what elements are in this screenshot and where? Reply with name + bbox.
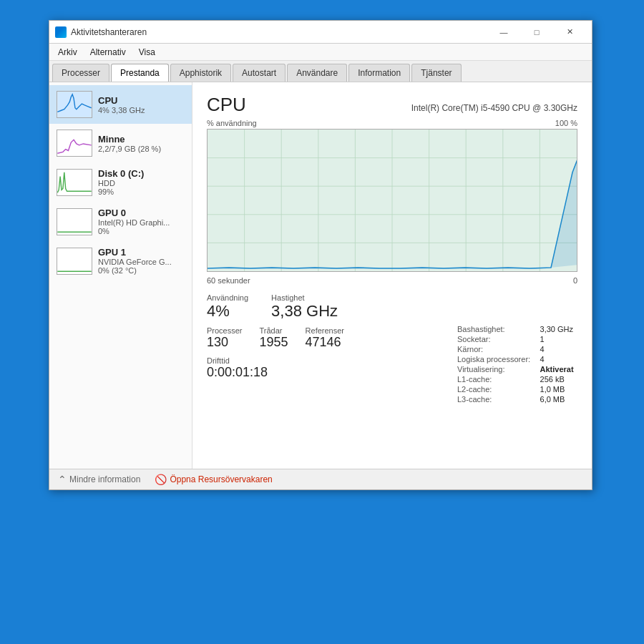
virtualisering-key: Virtualisering: — [457, 365, 535, 374]
menu-alternativ[interactable]: Alternativ — [84, 46, 132, 59]
gpu1-title: GPU 1 — [98, 247, 172, 258]
gpu0-sub1: Intel(R) HD Graphi... — [98, 218, 170, 227]
tab-anvandare[interactable]: Användare — [287, 64, 347, 82]
virtualisering-val: Aktiverat — [540, 365, 577, 374]
gpu1-sub1: NVIDIA GeForce G... — [98, 258, 172, 266]
info-right: Bashastighet: 3,30 GHz Socketar: 1 Kärno… — [449, 293, 577, 404]
svg-rect-3 — [57, 209, 91, 235]
info-grid: Bashastighet: 3,30 GHz Socketar: 1 Kärno… — [457, 325, 577, 404]
socketar-val: 1 — [540, 335, 577, 343]
disk0-label: Disk 0 (C:) HDD 99% — [98, 168, 144, 196]
drifttid-value: 0:00:01:18 — [207, 365, 449, 381]
less-info-button[interactable]: ⌃ Mindre information — [58, 474, 140, 485]
cpu-chart — [207, 129, 577, 272]
gpu0-title: GPU 0 — [98, 208, 170, 218]
referenser-block: Referenser 47146 — [306, 326, 344, 351]
content-area: CPU 4% 3,38 GHz Minne 2,2/7,9 GB (28 — [49, 82, 592, 469]
chart-bottom-label: 60 sekunder 0 — [207, 276, 577, 285]
socketar-key: Socketar: — [457, 335, 535, 343]
disk0-sub2: 99% — [98, 187, 144, 196]
tab-autostart[interactable]: Autostart — [233, 64, 286, 82]
app-icon — [55, 26, 67, 38]
gpu1-label: GPU 1 NVIDIA GeForce G... 0% (32 °C) — [98, 247, 172, 275]
open-resource-monitor-button[interactable]: 🚫 Öppna Resursövervakaren — [155, 474, 272, 485]
window-controls: ― □ ✕ — [487, 21, 586, 44]
gpu0-label: GPU 0 Intel(R) HD Graphi... 0% — [98, 208, 170, 235]
l3-val: 6,0 MB — [540, 395, 577, 404]
no-entry-icon: 🚫 — [155, 474, 167, 485]
sidebar-item-disk0[interactable]: Disk 0 (C:) HDD 99% — [49, 162, 192, 202]
tab-processer[interactable]: Processer — [52, 64, 109, 82]
bottom-bar: ⌃ Mindre information 🚫 Öppna Resursöverv… — [49, 469, 592, 489]
disk0-title: Disk 0 (C:) — [98, 168, 144, 179]
referenser-label: Referenser — [306, 326, 344, 335]
anvandning-value: 4% — [207, 302, 248, 321]
sidebar-item-gpu1[interactable]: GPU 1 NVIDIA GeForce G... 0% (32 °C) — [49, 241, 192, 280]
minimize-button[interactable]: ― — [487, 21, 520, 44]
cpu-header: CPU Intel(R) Core(TM) i5-4590 CPU @ 3.30… — [207, 94, 577, 116]
gpu0-sub2: 0% — [98, 227, 170, 235]
gpu1-sub2: 0% (32 °C) — [98, 266, 172, 275]
maximize-button[interactable]: □ — [520, 21, 553, 44]
l3-key: L3-cache: — [457, 395, 535, 404]
desktop: Aktivitetshanteraren ― □ ✕ Arkiv Alterna… — [0, 0, 644, 644]
menu-visa[interactable]: Visa — [133, 46, 161, 59]
menu-arkiv[interactable]: Arkiv — [52, 46, 83, 59]
title-bar: Aktivitetshanteraren ― □ ✕ — [49, 21, 592, 44]
menu-bar: Arkiv Alternativ Visa — [49, 44, 592, 61]
minne-subtitle: 2,2/7,9 GB (28 %) — [98, 145, 161, 153]
chart-label-row: % användning 100 % — [207, 119, 577, 127]
sidebar-item-minne[interactable]: Minne 2,2/7,9 GB (28 %) — [49, 124, 192, 162]
cpu-thumbnail — [57, 91, 92, 118]
tab-apphistorik[interactable]: Apphistorik — [170, 64, 231, 82]
bashastighet-key: Bashastighet: — [457, 325, 535, 333]
task-manager-window: Aktivitetshanteraren ― □ ✕ Arkiv Alterna… — [49, 20, 592, 490]
l2-val: 1,0 MB — [540, 385, 577, 394]
stats-left: Användning 4% Hastighet 3,38 GHz Proc — [207, 293, 449, 404]
tab-prestanda[interactable]: Prestanda — [111, 64, 169, 82]
logiska-val: 4 — [540, 355, 577, 364]
close-button[interactable]: ✕ — [553, 21, 586, 44]
stats-info-section: Användning 4% Hastighet 3,38 GHz Proc — [207, 293, 577, 404]
karnor-key: Kärnor: — [457, 345, 535, 353]
disk0-sub1: HDD — [98, 179, 144, 187]
processer-value: 130 — [207, 335, 243, 351]
tabs-bar: Processer Prestanda Apphistorik Autostar… — [49, 61, 592, 82]
chart-y-max: 100 % — [555, 119, 577, 127]
main-panel: CPU Intel(R) Core(TM) i5-4590 CPU @ 3.30… — [192, 82, 592, 469]
l1-val: 256 kB — [540, 375, 577, 384]
cpu-subtitle: 4% 3,38 GHz — [98, 106, 145, 114]
tradar-block: Trådar 1955 — [260, 326, 288, 351]
minne-title: Minne — [98, 134, 161, 145]
svg-rect-4 — [57, 248, 91, 274]
hastighet-block: Hastighet 3,38 GHz — [271, 293, 338, 321]
cpu-model-text: Intel(R) Core(TM) i5-4590 CPU @ 3.30GHz — [411, 103, 577, 113]
anvandning-block: Användning 4% — [207, 293, 248, 321]
gpu1-thumbnail — [57, 248, 92, 275]
window-title: Aktivitetshanteraren — [71, 27, 487, 37]
referenser-value: 47146 — [306, 335, 344, 351]
disk0-thumbnail — [57, 169, 92, 196]
hastighet-label: Hastighet — [271, 293, 338, 302]
minne-label: Minne 2,2/7,9 GB (28 %) — [98, 134, 161, 153]
cpu-title: CPU — [98, 95, 145, 106]
chart-x-label: 60 sekunder — [207, 276, 250, 285]
sidebar-item-gpu0[interactable]: GPU 0 Intel(R) HD Graphi... 0% — [49, 202, 192, 241]
chart-y-label: % användning — [207, 119, 257, 127]
tab-tjanster[interactable]: Tjänster — [411, 64, 461, 82]
hastighet-value: 3,38 GHz — [271, 302, 338, 321]
tab-information[interactable]: Information — [348, 64, 410, 82]
cpu-label: CPU 4% 3,38 GHz — [98, 95, 145, 114]
l2-key: L2-cache: — [457, 385, 535, 394]
karnor-val: 4 — [540, 345, 577, 353]
tradar-value: 1955 — [260, 335, 288, 351]
chevron-up-icon: ⌃ — [58, 474, 67, 485]
drifttid-block: Drifttid 0:00:01:18 — [207, 356, 449, 381]
anvandning-label: Användning — [207, 293, 248, 302]
less-info-label: Mindre information — [69, 474, 140, 484]
minne-thumbnail — [57, 130, 92, 157]
bashastighet-val: 3,30 GHz — [540, 325, 577, 333]
sidebar-item-cpu[interactable]: CPU 4% 3,38 GHz — [49, 85, 192, 124]
processer-label: Processer — [207, 326, 243, 335]
chart-x-right: 0 — [573, 276, 577, 285]
